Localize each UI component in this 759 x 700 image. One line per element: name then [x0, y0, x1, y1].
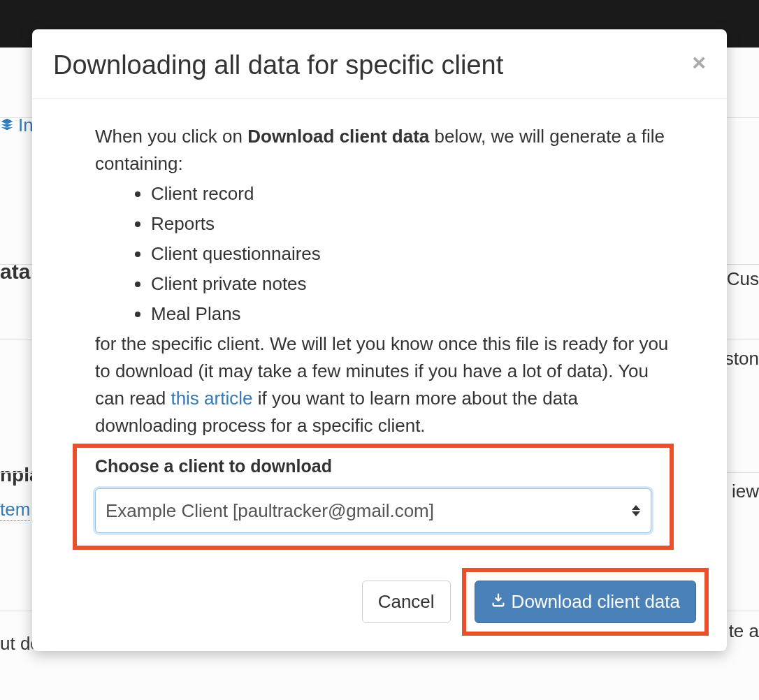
download-client-data-modal: Downloading all data for specific client…	[32, 29, 727, 651]
modal-header: Downloading all data for specific client…	[32, 29, 727, 99]
client-select-wrapper: Example Client [paultracker@gmail.com]	[95, 488, 651, 533]
bg-link: tem	[0, 499, 30, 521]
client-select-label: Choose a client to download	[95, 453, 651, 480]
list-item: Client record	[151, 180, 674, 207]
list-item: Client questionnaires	[151, 240, 674, 268]
bg-text-right-2: ston	[725, 348, 759, 370]
download-button-label: Download client data	[512, 591, 680, 613]
client-select[interactable]: Example Client [paultracker@gmail.com]	[95, 488, 651, 533]
info-paragraph: for the specific client. We will let you…	[95, 330, 674, 439]
modal-body: When you click on Download client data b…	[32, 99, 727, 557]
list-item: Meal Plans	[151, 300, 674, 328]
cancel-button-label: Cancel	[378, 591, 435, 613]
modal-title: Downloading all data for specific client	[53, 50, 503, 80]
list-item: Reports	[151, 210, 674, 238]
close-button[interactable]: ×	[692, 50, 706, 74]
bg-text-right-3: iew	[732, 481, 759, 502]
article-link[interactable]: this article	[171, 388, 252, 409]
intro-bold: Download client data	[247, 126, 429, 147]
close-icon: ×	[692, 49, 706, 75]
bg-text-right-1: Cus	[727, 268, 759, 290]
file-contents-list: Client record Reports Client questionnai…	[151, 180, 674, 328]
intro-prefix: When you click on	[95, 126, 247, 147]
modal-footer: Cancel Download client data	[32, 557, 727, 651]
list-item: Client private notes	[151, 270, 674, 298]
download-icon	[491, 591, 506, 613]
download-client-data-button[interactable]: Download client data	[475, 581, 696, 623]
client-select-highlight: Choose a client to download Example Clie…	[73, 444, 674, 550]
bg-text-right-4: te a	[729, 620, 759, 642]
cancel-button[interactable]: Cancel	[362, 581, 451, 623]
intro-paragraph: When you click on Download client data b…	[95, 123, 674, 177]
download-button-highlight: Download client data	[462, 568, 709, 636]
